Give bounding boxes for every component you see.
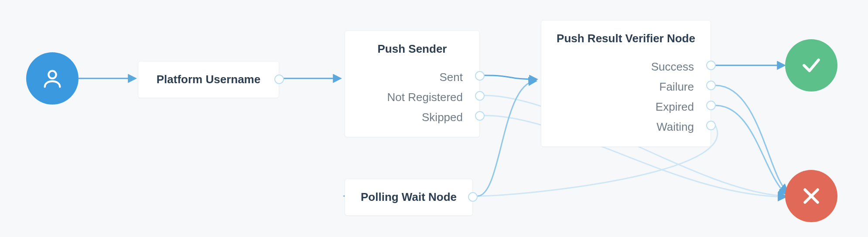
- output-row: Success: [541, 57, 697, 77]
- output-port-waiting[interactable]: [706, 121, 716, 130]
- output-label: Not Registered: [387, 91, 465, 104]
- edge-expired-to-failnode: [715, 105, 786, 194]
- output-label: Skipped: [422, 111, 465, 124]
- edge-sent-to-verifier: [484, 75, 537, 79]
- output-label: Failure: [660, 80, 697, 94]
- start-node[interactable]: [26, 52, 79, 105]
- output-label: Success: [651, 60, 697, 74]
- output-port-notregistered[interactable]: [475, 91, 485, 101]
- output-port[interactable]: [274, 74, 284, 84]
- node-outputs: Sent Not Registered Skipped: [345, 67, 479, 137]
- node-title: Platform Username: [138, 61, 279, 98]
- svg-point-0: [48, 71, 56, 78]
- output-row: Skipped: [345, 107, 465, 127]
- output-row: Waiting: [541, 117, 697, 137]
- output-port[interactable]: [468, 192, 478, 202]
- end-success-node[interactable]: [785, 39, 837, 91]
- node-title: Polling Wait Node: [345, 179, 472, 215]
- user-icon: [41, 67, 64, 90]
- output-port-skipped[interactable]: [475, 111, 485, 121]
- node-title: Push Sender: [345, 31, 479, 67]
- output-row: Not Registered: [345, 87, 465, 107]
- output-row: Expired: [541, 97, 697, 117]
- node-outputs: Success Failure Expired Waiting: [541, 57, 711, 146]
- output-row: Failure: [541, 77, 697, 97]
- node-title: Push Result Verifier Node: [541, 20, 711, 57]
- output-port-success[interactable]: [706, 61, 716, 70]
- node-push-sender[interactable]: Push Sender Sent Not Registered Skipped: [345, 30, 480, 137]
- edge-polling-to-verifier: [478, 81, 536, 196]
- output-label: Expired: [656, 100, 697, 114]
- output-row: Sent: [345, 67, 465, 87]
- cross-icon: [800, 185, 822, 207]
- node-polling-wait[interactable]: Polling Wait Node: [345, 179, 473, 216]
- node-platform-username[interactable]: Platform Username: [138, 61, 279, 98]
- flow-canvas: Platform Username Push Sender Sent Not R…: [0, 0, 868, 237]
- output-port-failure[interactable]: [706, 81, 716, 90]
- end-failure-node[interactable]: [785, 170, 837, 222]
- edge-failure-to-failnode: [715, 85, 787, 192]
- output-port-expired[interactable]: [706, 101, 716, 110]
- output-port-sent[interactable]: [475, 71, 485, 81]
- node-push-result-verifier[interactable]: Push Result Verifier Node Success Failur…: [541, 20, 711, 147]
- check-icon: [800, 54, 822, 76]
- output-label: Sent: [440, 71, 466, 84]
- output-label: Waiting: [656, 120, 697, 134]
